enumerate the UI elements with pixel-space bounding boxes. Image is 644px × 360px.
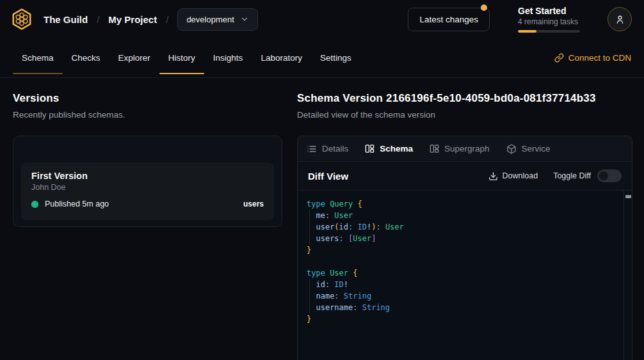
- tab-underline: [159, 73, 204, 74]
- code-scrollbar[interactable]: [624, 191, 632, 360]
- code-line: type Query {: [307, 198, 615, 210]
- notification-dot: [481, 4, 487, 11]
- nav-tab-checks[interactable]: Checks: [63, 38, 109, 77]
- nav-tabs: Schema Checks Explorer History Insights …: [13, 38, 360, 77]
- code-block: type Query { me: User user(id: ID!): Use…: [307, 198, 615, 325]
- detail-tab-service[interactable]: Service: [506, 144, 551, 154]
- versions-list-card: First Version John Doe Published 5m ago …: [13, 136, 282, 227]
- version-list-item[interactable]: First Version John Doe Published 5m ago …: [21, 162, 274, 220]
- target-selector-dropdown[interactable]: development: [177, 8, 257, 31]
- code-line: username: String: [307, 302, 615, 313]
- breadcrumb: The Guild / My Project /: [44, 14, 168, 25]
- toggle-diff-label: Toggle Diff: [553, 171, 591, 180]
- nav-tab-explorer[interactable]: Explorer: [109, 38, 159, 77]
- code-line: [307, 256, 615, 267]
- code-line: users: [User]: [307, 233, 615, 244]
- toggle-knob: [599, 171, 608, 180]
- list-icon: [307, 144, 317, 154]
- get-started-widget[interactable]: Get Started 4 remaining tasks: [518, 6, 590, 33]
- detail-tabs: Details Schema Supergraph: [298, 136, 632, 162]
- detail-tab-details[interactable]: Details: [307, 144, 348, 154]
- columns-icon: [365, 144, 374, 153]
- version-name: First Version: [31, 171, 264, 181]
- nav-tab-history[interactable]: History: [159, 38, 204, 77]
- versions-panel: Versions Recently published schemas. Fir…: [13, 92, 297, 360]
- nav-tab-schema[interactable]: Schema: [13, 38, 63, 77]
- connect-to-cdn-link[interactable]: Connect to CDN: [554, 38, 631, 77]
- tab-underline: [311, 73, 360, 74]
- detail-tab-supergraph[interactable]: Supergraph: [430, 144, 490, 153]
- detail-tab-schema[interactable]: Schema: [365, 144, 413, 153]
- breadcrumb-separator: /: [97, 14, 99, 25]
- nav-tab-laboratory[interactable]: Laboratory: [252, 38, 311, 77]
- version-detail-card: Details Schema Supergraph: [297, 136, 632, 360]
- scrollbar-thumb[interactable]: [625, 195, 631, 198]
- diff-view-title: Diff View: [308, 171, 348, 182]
- tab-underline: [109, 73, 159, 74]
- get-started-progress-fill: [518, 30, 536, 33]
- user-avatar-button[interactable]: [608, 7, 632, 31]
- diff-view-toolbar: Diff View Download Toggle Diff: [298, 162, 632, 191]
- download-icon: [488, 171, 498, 181]
- download-button[interactable]: Download: [488, 171, 538, 181]
- hive-logo-icon[interactable]: [10, 8, 33, 31]
- breadcrumb-project[interactable]: My Project: [108, 14, 157, 25]
- nav-tab-settings[interactable]: Settings: [311, 38, 360, 77]
- get-started-title: Get Started: [518, 6, 590, 16]
- app-header: The Guild / My Project / development Lat…: [0, 0, 644, 38]
- columns-icon: [430, 144, 439, 153]
- link-icon: [554, 53, 564, 63]
- published-status-dot: [31, 201, 38, 208]
- tab-underline: [252, 73, 311, 74]
- code-line: user(id: ID!): User: [307, 221, 615, 233]
- tab-underline: [13, 73, 63, 74]
- code-line: }: [307, 244, 615, 256]
- tab-underline: [63, 73, 109, 74]
- versions-subtitle: Recently published schemas.: [13, 110, 297, 120]
- versions-title: Versions: [13, 92, 297, 105]
- version-author: John Doe: [31, 183, 264, 192]
- version-detail-panel: Schema Version 2166196f-5e10-4059-bd0a-0…: [297, 92, 632, 360]
- latest-changes-button[interactable]: Latest changes: [408, 8, 490, 31]
- user-icon: [615, 14, 625, 25]
- code-line: type User {: [307, 267, 615, 279]
- version-status: Published 5m ago: [45, 200, 109, 208]
- code-line: me: User: [307, 210, 615, 221]
- code-line: }: [307, 313, 615, 325]
- target-selector-value: development: [186, 15, 234, 24]
- schema-code-viewer[interactable]: type Query { me: User user(id: ID!): Use…: [298, 191, 632, 360]
- code-line: id: ID!: [307, 279, 615, 290]
- cube-icon: [506, 144, 517, 154]
- get-started-subtitle: 4 remaining tasks: [518, 17, 590, 26]
- nav-tab-insights[interactable]: Insights: [204, 38, 252, 77]
- version-detail-subtitle: Detailed view of the schema version: [297, 110, 632, 120]
- version-service-badge: users: [243, 200, 264, 208]
- main-nav: Schema Checks Explorer History Insights …: [0, 38, 644, 78]
- latest-changes-label: Latest changes: [419, 15, 478, 24]
- header-actions: Latest changes Get Started 4 remaining t…: [408, 6, 632, 33]
- tab-underline: [204, 73, 252, 74]
- toggle-diff-switch[interactable]: [597, 169, 622, 182]
- code-line: name: String: [307, 290, 615, 302]
- version-detail-title: Schema Version 2166196f-5e10-4059-bd0a-0…: [297, 92, 632, 105]
- chevron-down-icon: [240, 15, 249, 24]
- breadcrumb-org[interactable]: The Guild: [44, 14, 88, 25]
- main-content: Versions Recently published schemas. Fir…: [0, 78, 644, 360]
- get-started-progress-bar: [518, 30, 580, 33]
- breadcrumb-separator: /: [166, 14, 168, 25]
